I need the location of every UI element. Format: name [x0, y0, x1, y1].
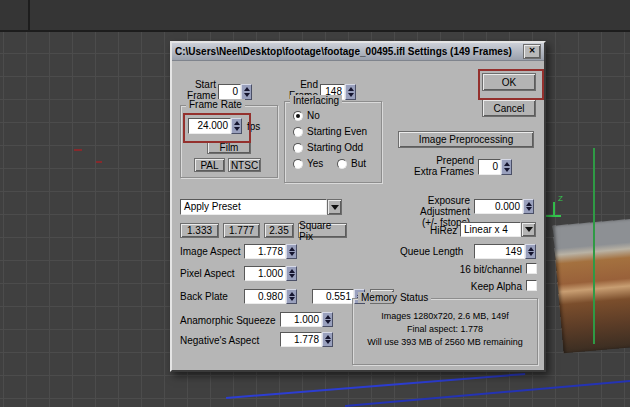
hirez-label: HiRez: [430, 225, 457, 236]
radio-starting-odd[interactable]: Starting Odd: [293, 142, 363, 153]
image-aspect-label: Image Aspect: [180, 246, 241, 257]
memory-status-group: Memory Status Images 1280x720, 2.6 MB, 1…: [352, 298, 538, 365]
frame-rate-legend: Frame Rate: [186, 99, 245, 110]
preset-235-button[interactable]: 2.35: [264, 223, 294, 238]
16-bit-channel-checkbox[interactable]: [526, 263, 537, 274]
negatives-aspect-field[interactable]: 1.778: [280, 332, 333, 347]
fps-spinner[interactable]: [231, 118, 242, 134]
pixel-aspect-field[interactable]: 1.000: [244, 266, 297, 281]
dialog-title: C:\Users\Neel\Desktop\footage\footage_00…: [175, 46, 512, 57]
queue-length-spinner[interactable]: [525, 244, 536, 259]
radio-starting-even[interactable]: Starting Even: [293, 126, 367, 137]
queue-length-field[interactable]: 149: [474, 244, 536, 259]
radio-dot[interactable]: [337, 159, 347, 169]
cancel-button[interactable]: Cancel: [482, 99, 536, 117]
radio-dot[interactable]: [293, 159, 303, 169]
radio-yes[interactable]: Yes: [293, 158, 323, 169]
image-aspect-spinner[interactable]: [286, 244, 297, 259]
frame-rate-group: Frame Rate 24.000 fps Film PAL NTSC: [180, 105, 278, 178]
memory-line-1: Images 1280x720, 2.6 MB, 149f: [353, 311, 537, 321]
close-icon[interactable]: ✕: [523, 44, 541, 59]
radio-dot[interactable]: [293, 111, 303, 121]
16-bit-channel-label: 16 bit/channel: [454, 264, 522, 275]
axis-gizmo-horizontal: [546, 215, 561, 217]
viewport-top-strip: [0, 0, 630, 32]
start-frame-label: Start Frame: [178, 79, 216, 101]
memory-status-legend: Memory Status: [358, 292, 431, 303]
radio-dot[interactable]: [293, 143, 303, 153]
ifl-settings-dialog: C:\Users\Neel\Desktop\footage\footage_00…: [170, 41, 546, 372]
preset-square-pix-button[interactable]: Square Pix: [298, 223, 347, 238]
prepend-extra-frames-label: Prepend Extra Frames: [394, 155, 474, 177]
image-aspect-field[interactable]: 1.778: [244, 244, 297, 259]
queue-length-label: Queue Length: [400, 246, 463, 257]
preset-1777-button[interactable]: 1.777: [223, 223, 260, 238]
hirez-dropdown[interactable]: Linear x 4: [460, 222, 536, 237]
pal-button[interactable]: PAL: [194, 158, 225, 172]
interlacing-legend: Interlacing: [290, 95, 342, 106]
anamorphic-squeeze-label: Anamorphic Squeeze: [180, 315, 276, 326]
viewport-photo-plane: [553, 219, 630, 354]
keep-alpha-label: Keep Alpha: [454, 281, 522, 292]
ok-button[interactable]: OK: [482, 73, 536, 91]
exposure-adjustment-label: Exposure Adjustment (+/- fstops): [378, 195, 470, 228]
negatives-spinner[interactable]: [322, 332, 333, 347]
viewport-red-mark: [96, 161, 102, 163]
fps-field[interactable]: 24.000: [188, 118, 242, 134]
ntsc-button[interactable]: NTSC: [228, 158, 261, 172]
dialog-titlebar[interactable]: C:\Users\Neel\Desktop\footage\footage_00…: [172, 43, 544, 61]
viewport-green-axis-line: [593, 148, 595, 344]
memory-line-2: Final aspect: 1.778: [353, 324, 537, 334]
exposure-spinner[interactable]: [523, 199, 534, 214]
prepend-extra-frames-field[interactable]: 0: [478, 159, 512, 175]
pixel-aspect-label: Pixel Aspect: [180, 268, 234, 279]
back-plate-label: Back Plate: [180, 291, 228, 302]
anamorphic-spinner[interactable]: [322, 312, 333, 327]
radio-no[interactable]: No: [293, 110, 320, 121]
radio-but[interactable]: But: [337, 158, 366, 169]
keep-alpha-checkbox[interactable]: [526, 280, 537, 291]
interlacing-group: Interlacing No Starting Even Starting Od…: [284, 101, 382, 183]
exposure-adjustment-field[interactable]: 0.000: [474, 199, 534, 214]
prepend-spinner[interactable]: [501, 159, 512, 175]
chevron-down-icon[interactable]: [327, 199, 342, 215]
start-frame-spinner[interactable]: [241, 84, 252, 100]
film-button[interactable]: Film: [207, 141, 251, 154]
fps-unit-label: fps: [247, 121, 260, 132]
image-preprocessing-button[interactable]: Image Preprocessing: [398, 131, 534, 148]
anamorphic-squeeze-field[interactable]: 1.000: [280, 312, 333, 327]
viewport-divider-line: [28, 0, 30, 30]
end-frame-spinner[interactable]: [345, 84, 356, 100]
back-plate-field-1[interactable]: 0.980: [244, 289, 297, 304]
pixel-aspect-spinner[interactable]: [286, 266, 297, 281]
viewport-red-mark: [74, 149, 82, 151]
back-plate-spinner-1[interactable]: [286, 289, 297, 304]
negatives-aspect-label: Negative's Aspect: [180, 335, 259, 346]
radio-dot[interactable]: [293, 127, 303, 137]
start-frame-field[interactable]: 0: [218, 84, 252, 100]
axis-gizmo-z-label: Z: [558, 194, 563, 203]
preset-1333-button[interactable]: 1.333: [180, 223, 219, 238]
chevron-down-icon[interactable]: [521, 222, 536, 237]
apply-preset-dropdown[interactable]: Apply Preset: [180, 199, 342, 215]
memory-line-3: Will use 393 MB of 2560 MB remaining: [353, 337, 537, 347]
